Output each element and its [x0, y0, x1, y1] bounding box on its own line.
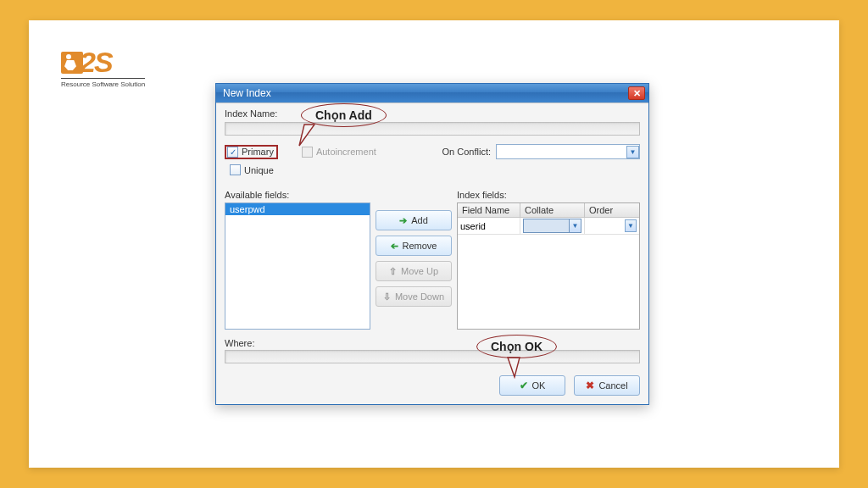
index-name-label: Index Name:: [225, 108, 277, 119]
moveup-button-label: Move Up: [401, 266, 438, 276]
grid-cell-collate[interactable]: ▼: [520, 218, 585, 235]
unique-checkbox[interactable]: Unique: [230, 164, 274, 175]
logo-text: 2S: [80, 46, 112, 78]
checkbox-unchecked-icon: [230, 164, 241, 175]
callout-add: Chọn Add: [301, 103, 387, 127]
grid-header-field[interactable]: Field Name: [458, 203, 520, 218]
where-label: Where:: [225, 338, 640, 348]
dialog-titlebar[interactable]: New Index ✕: [216, 84, 648, 103]
primary-label: Primary: [242, 147, 274, 157]
primary-highlight: ✓ Primary: [225, 145, 278, 159]
autoincrement-checkbox: Autoincrement: [302, 147, 376, 158]
callout-ok: Chọn OK: [476, 335, 557, 358]
where-input[interactable]: [225, 350, 640, 363]
ok-button-label: OK: [532, 380, 546, 391]
cancel-button[interactable]: ✖ Cancel: [574, 375, 640, 396]
add-button[interactable]: ➔ Add: [376, 210, 452, 230]
cancel-button-label: Cancel: [598, 380, 627, 391]
autoincrement-label: Autoincrement: [316, 147, 376, 157]
chevron-down-icon: ▼: [569, 219, 581, 232]
arrow-right-icon: ➔: [399, 215, 407, 226]
cross-icon: ✖: [586, 380, 594, 391]
list-item[interactable]: userpwd: [225, 203, 370, 215]
grid-cell-field[interactable]: userid: [458, 218, 520, 235]
chevron-down-icon: ▼: [625, 219, 637, 232]
table-row[interactable]: userid ▼ ▼: [458, 218, 639, 235]
remove-button[interactable]: ➔ Remove: [376, 236, 452, 256]
brand-logo: 2S Resource Software Solution: [61, 47, 145, 88]
move-up-button: ⇧ Move Up: [376, 261, 452, 281]
index-name-input[interactable]: [225, 122, 640, 136]
checkbox-disabled-icon: [302, 147, 313, 158]
available-fields-label: Available fields:: [225, 190, 370, 200]
grid-header-order[interactable]: Order: [585, 203, 639, 218]
add-button-label: Add: [411, 215, 428, 225]
new-index-dialog: New Index ✕ Chọn Add Index Name: ✓ Prima…: [215, 83, 649, 405]
dialog-title: New Index: [223, 87, 628, 99]
grid-cell-order[interactable]: ▼: [585, 218, 639, 235]
arrow-left-icon: ➔: [391, 241, 398, 252]
on-conflict-combo[interactable]: ▼: [496, 144, 640, 159]
logo-subtitle: Resource Software Solution: [61, 78, 145, 88]
arrow-up-icon: ⇧: [389, 266, 397, 277]
arrow-down-icon: ⇩: [383, 291, 391, 302]
available-fields-list[interactable]: userpwd: [225, 202, 370, 330]
index-fields-grid[interactable]: Field Name Collate Order userid ▼: [457, 202, 640, 330]
check-icon: ✔: [520, 380, 528, 391]
primary-checkbox[interactable]: ✓ Primary: [227, 147, 274, 158]
on-conflict-label: On Conflict:: [442, 147, 491, 157]
chevron-down-icon: ▼: [626, 146, 639, 158]
grid-header-collate[interactable]: Collate: [520, 203, 585, 218]
checkbox-checked-icon: ✓: [227, 147, 238, 158]
movedown-button-label: Move Down: [395, 291, 444, 302]
move-down-button: ⇩ Move Down: [376, 286, 452, 307]
index-fields-label: Index fields:: [457, 190, 640, 200]
close-button[interactable]: ✕: [628, 86, 645, 100]
unique-label: Unique: [244, 165, 274, 175]
collate-combo[interactable]: ▼: [523, 219, 581, 233]
remove-button-label: Remove: [403, 241, 437, 251]
